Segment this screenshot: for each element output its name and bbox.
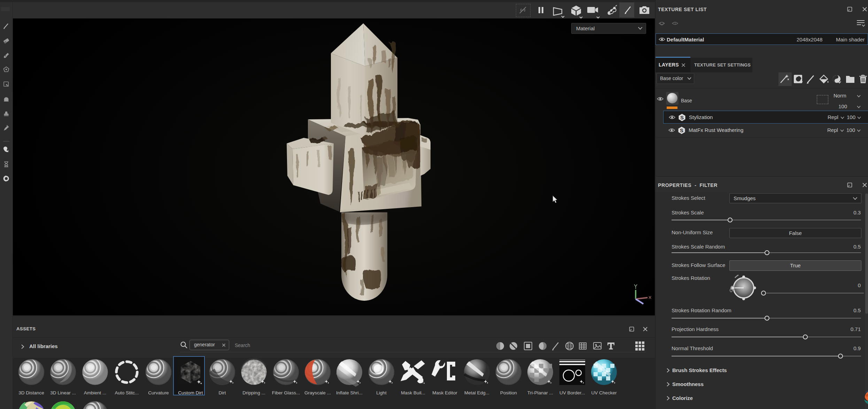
svg-text:Inflate Shri...: Inflate Shri... [336,390,363,395]
svg-text:S: S [680,127,683,133]
svg-text:Custom Dirt: Custom Dirt [178,390,203,395]
svg-text:Dripping ...: Dripping ... [242,390,265,395]
svg-text:UV Checker: UV Checker [591,390,617,395]
svg-text:Mask Buil...: Mask Buil... [401,390,425,395]
svg-text:UV Border...: UV Border... [559,390,585,395]
svg-text:Auto Stitc...: Auto Stitc... [115,390,139,395]
svg-text:Ambient ...: Ambient ... [84,390,107,395]
svg-text:Mask Editor: Mask Editor [432,390,457,395]
svg-text:Light: Light [376,390,387,395]
svg-text:Dirt: Dirt [219,390,226,395]
svg-text:3D Distance: 3D Distance [18,390,44,395]
svg-text:Fiber Glass...: Fiber Glass... [272,390,300,395]
svg-text:1: 1 [674,22,676,25]
svg-text:S: S [680,115,684,120]
svg-text:Position: Position [500,390,517,395]
svg-text:Metal Edg...: Metal Edg... [464,390,489,395]
svg-text:Tri-Planar ...: Tri-Planar ... [527,390,553,395]
svg-text:Curvature: Curvature [148,390,169,395]
svg-text:3D Linear ...: 3D Linear ... [50,390,76,395]
svg-text:Grayscale ...: Grayscale ... [304,390,331,395]
